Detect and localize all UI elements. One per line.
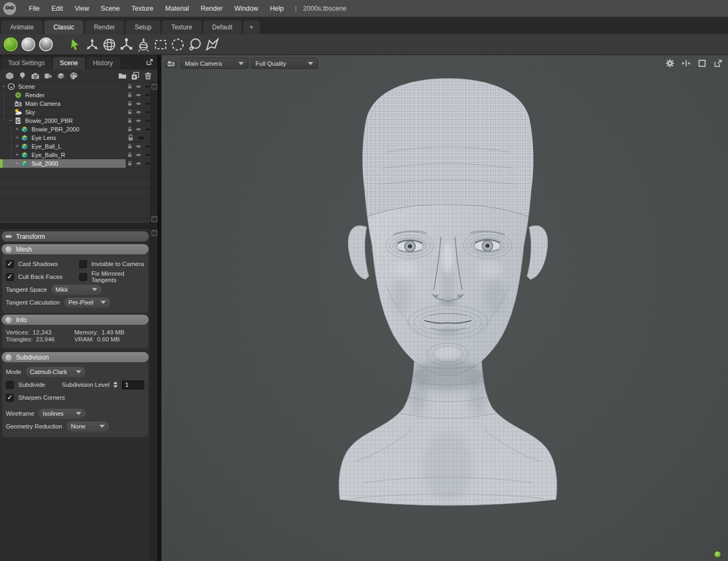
tab-animate[interactable]: Animate [1,20,43,34]
visibility-eye-icon[interactable] [136,144,141,149]
scroll-up-button[interactable] [151,83,158,90]
scroll-down-button[interactable] [151,216,158,222]
expand-expander-icon[interactable]: + [14,135,20,141]
visibility-eye-off-icon[interactable] [145,144,150,149]
menu-view[interactable]: View [69,0,95,17]
menu-help[interactable]: Help [264,0,290,17]
visibility-eye-off-icon[interactable] [145,101,150,106]
tree-row-bowie-2000-pbr[interactable]: − Bowie_2000_PBR [0,116,150,125]
menu-texture[interactable]: Texture [126,0,159,17]
lock-icon[interactable] [128,134,134,141]
tree-row-render[interactable]: − Render [0,91,150,99]
tab-scene[interactable]: Scene [53,57,85,69]
add-tab-button[interactable]: + [243,20,260,34]
tree-row-eye-lens[interactable]: + Eye Lens [0,134,150,142]
quality-dropdown[interactable]: Full Quality [251,58,317,68]
expand-expander-icon[interactable]: + [14,127,20,132]
tree-row-eye-ball-l[interactable]: + Eye_Ball_L [0,142,150,151]
menu-render[interactable]: Render [195,0,229,17]
visibility-eye-off-icon[interactable] [137,135,145,141]
scale-tool-button[interactable] [118,36,135,52]
info-section-header[interactable]: Info [2,315,149,325]
visibility-eye-icon[interactable] [136,127,141,132]
visibility-eye-off-icon[interactable] [145,92,150,98]
expand-expander-icon[interactable]: + [14,152,20,158]
lock-icon[interactable] [128,160,132,167]
add-material-button[interactable] [67,71,80,81]
shaded-sphere-button[interactable] [4,37,18,51]
pivot-tool-button[interactable] [135,36,152,52]
tree-row-sky[interactable]: − Sky [0,108,150,116]
mesh-section-header[interactable]: Mesh [2,244,149,254]
duplicate-button[interactable] [129,71,142,81]
new-folder-button[interactable] [116,71,129,81]
tab-default[interactable]: Default [203,20,242,34]
circle-select-button[interactable] [169,36,186,52]
expand-expander-icon[interactable]: + [14,161,20,166]
marquee-select-button[interactable] [152,36,169,52]
subdivision-mode-dropdown[interactable]: Catmull-Clark [26,367,86,377]
tab-history[interactable]: History [86,57,120,69]
lasso-select-button[interactable] [186,36,203,52]
lock-icon[interactable] [128,143,132,150]
tangent-calculation-dropdown[interactable]: Per-Pixel [64,298,110,308]
scroll-up-button[interactable] [151,230,158,236]
tree-row-eye-balls-r[interactable]: + Eye_Balls_R [0,151,150,159]
tree-row-main-camera[interactable]: − Main Camera [0,99,150,108]
subdivide-checkbox[interactable] [6,381,14,389]
subdivision-section-header[interactable]: Subdivision [2,352,149,362]
wireframe-dropdown[interactable]: Isolines [38,409,86,419]
delete-button[interactable] [142,71,154,81]
popout-viewport-icon[interactable] [714,59,723,68]
viewport-camera-button[interactable] [165,58,177,68]
collapse-expander-icon[interactable]: − [8,118,13,123]
subdivision-level-stepper[interactable] [113,380,119,389]
vertical-splitter[interactable] [158,55,161,561]
popout-panel-icon[interactable] [146,58,153,66]
tangent-space-dropdown[interactable]: Mikk [51,285,102,295]
subdivision-level-input[interactable]: 1 [122,380,144,389]
visibility-eye-off-icon[interactable] [145,127,150,132]
tab-texture[interactable]: Texture [162,20,201,34]
visibility-eye-off-icon[interactable] [145,152,150,158]
tab-render[interactable]: Render [85,20,124,34]
tree-row-suit-2000[interactable]: + Suit_2000 [0,159,150,168]
visibility-eye-icon[interactable] [136,161,141,166]
add-sky-button[interactable] [42,71,55,81]
transform-section-header[interactable]: Transform [2,231,149,241]
menu-scene[interactable]: Scene [95,0,126,17]
viewport[interactable]: Main Camera Full Quality [161,55,728,561]
collapse-expander-icon[interactable]: − [1,84,6,89]
visibility-eye-off-icon[interactable] [145,110,150,115]
horizontal-splitter[interactable] [0,223,158,229]
add-shadow-catcher-button[interactable] [55,71,67,81]
visibility-eye-off-icon[interactable] [145,118,150,123]
move-tool-button[interactable] [83,36,100,52]
maximize-viewport-icon[interactable] [698,59,707,68]
select-tool-button[interactable] [66,36,83,52]
visibility-eye-icon[interactable] [136,101,141,106]
polygon-lasso-button[interactable] [203,36,220,52]
tab-classic[interactable]: Classic [44,20,83,34]
menu-window[interactable]: Window [229,0,264,17]
properties-scrollbar[interactable] [150,229,158,561]
matcap-sphere-button[interactable] [39,37,53,51]
tree-row-scene[interactable]: − Scene [0,82,150,91]
visibility-eye-off-icon[interactable] [145,84,150,89]
visibility-eye-icon[interactable] [136,84,141,89]
wireframe-head-model[interactable] [161,55,728,561]
visibility-eye-icon[interactable] [136,110,141,115]
cull-back-faces-checkbox[interactable] [6,273,14,281]
visibility-eye-icon[interactable] [136,118,141,123]
lock-icon[interactable] [128,100,132,107]
visibility-eye-icon[interactable] [136,152,141,158]
menu-edit[interactable]: Edit [45,0,69,17]
tab-tool-settings[interactable]: Tool Settings [1,57,52,69]
tab-setup[interactable]: Setup [126,20,160,34]
sharpen-corners-checkbox[interactable] [6,394,14,402]
viewport-settings-gear-icon[interactable] [665,59,675,68]
camera-dropdown[interactable]: Main Camera [181,58,248,68]
add-light-button[interactable] [16,71,29,81]
lock-icon[interactable] [128,83,132,90]
invisible-to-camera-checkbox[interactable] [79,260,87,268]
